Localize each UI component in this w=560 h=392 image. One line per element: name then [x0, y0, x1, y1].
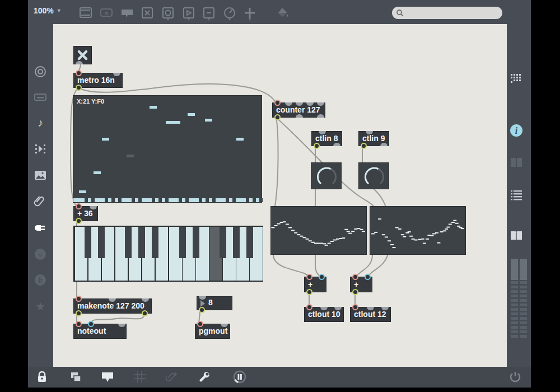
plug-icon[interactable] — [33, 221, 48, 235]
inlet[interactable] — [274, 100, 281, 106]
playlist-icon[interactable] — [33, 142, 48, 156]
inlet[interactable] — [76, 321, 82, 327]
inlet[interactable] — [76, 296, 82, 302]
object-mslider-right[interactable] — [370, 206, 466, 255]
star-icon[interactable]: ★ — [33, 299, 48, 314]
outlet[interactable] — [274, 114, 281, 120]
object-makenote[interactable]: makenote 127 200 — [73, 298, 152, 314]
object-palette-icon[interactable] — [509, 71, 524, 86]
object-plus-1[interactable]: + — [304, 277, 326, 292]
object-dial-1[interactable] — [311, 162, 342, 189]
object-pgmout[interactable]: pgmout — [195, 324, 230, 339]
object-plus-36[interactable]: + 36 — [73, 206, 98, 221]
attach-icon[interactable] — [165, 370, 179, 384]
bring-to-front-icon[interactable] — [68, 370, 83, 384]
inlet[interactable] — [197, 321, 203, 327]
chevron-down-icon[interactable]: ▼ — [186, 17, 191, 22]
black-key[interactable] — [85, 227, 91, 258]
search-input[interactable] — [404, 8, 502, 18]
console-list-icon[interactable] — [509, 188, 524, 202]
vimeo-icon[interactable]: v — [33, 247, 48, 262]
inlet[interactable] — [199, 296, 206, 300]
inlet[interactable] — [352, 274, 358, 280]
inlet[interactable] — [352, 304, 358, 310]
object-number[interactable]: 8 — [197, 296, 232, 310]
object-matrix[interactable]: X:21 Y:F0 — [73, 95, 262, 203]
hardware-icon[interactable] — [33, 90, 48, 104]
reference-book-icon[interactable] — [509, 228, 524, 242]
black-key[interactable] — [138, 227, 145, 258]
object-counter[interactable]: counter 127 — [272, 102, 325, 118]
matrix-cell[interactable] — [236, 138, 244, 141]
black-key[interactable] — [125, 227, 132, 258]
search-box[interactable] — [392, 7, 502, 19]
patcher-canvas[interactable]: metro 16nX:21 Y:F0counter 127ctlin 8ctli… — [53, 24, 507, 367]
outlet[interactable] — [76, 61, 83, 64]
chevron-down-icon[interactable]: ▼ — [166, 17, 170, 22]
inlet[interactable] — [306, 304, 312, 310]
chevron-down-icon[interactable]: ▼ — [227, 17, 232, 22]
object-metro[interactable]: metro 16n — [73, 73, 123, 88]
object-kslider[interactable] — [73, 226, 263, 282]
split-view-icon[interactable] — [509, 155, 524, 170]
matrix-cell[interactable] — [79, 190, 86, 193]
outlet[interactable] — [314, 143, 320, 149]
object-ctlout-12[interactable]: ctlout 12 — [350, 307, 391, 322]
inlet[interactable] — [365, 274, 371, 280]
object-toggle[interactable] — [73, 46, 92, 64]
matrix-cell[interactable] — [150, 106, 157, 109]
matrix-cell[interactable] — [102, 138, 109, 141]
lock-icon[interactable] — [35, 370, 49, 384]
black-key[interactable] — [98, 227, 105, 258]
outlet[interactable] — [361, 143, 367, 149]
outlet[interactable] — [76, 218, 82, 224]
object-plus-2[interactable]: + — [350, 277, 372, 292]
object-mslider-left[interactable] — [270, 206, 367, 255]
outlet[interactable] — [380, 143, 388, 146]
patcher-window-icon[interactable] — [78, 6, 93, 20]
music-note-icon[interactable]: ♪ — [33, 115, 48, 130]
inlet[interactable] — [319, 274, 325, 280]
object-ctlin-9[interactable]: ctlin 9 — [358, 131, 389, 146]
outlet[interactable] — [199, 307, 205, 313]
target-icon[interactable] — [33, 64, 48, 79]
chevron-down-icon[interactable]: ▼ — [248, 17, 252, 22]
grid-snap-icon[interactable] — [133, 370, 147, 384]
chevron-down-icon[interactable]: ▼ — [207, 17, 211, 22]
info-icon[interactable]: i — [509, 123, 524, 138]
inlet[interactable] — [306, 274, 312, 280]
comment-icon[interactable] — [120, 6, 134, 20]
outlet[interactable] — [306, 289, 312, 295]
outlet[interactable] — [76, 85, 82, 91]
black-key[interactable] — [152, 227, 158, 258]
black-key[interactable] — [193, 227, 199, 258]
black-key[interactable] — [179, 227, 186, 258]
outlet[interactable] — [142, 310, 148, 316]
paint-bucket-icon[interactable] — [276, 6, 290, 20]
matrix-cell[interactable] — [166, 121, 173, 124]
object-dial-2[interactable] — [358, 162, 389, 189]
power-icon[interactable] — [508, 370, 522, 384]
inlet[interactable] — [76, 70, 82, 76]
black-key[interactable] — [233, 227, 240, 258]
pause-resume-icon[interactable] — [232, 370, 247, 384]
presentation-mode-icon[interactable] — [100, 370, 115, 384]
inlet[interactable] — [88, 321, 94, 327]
inlet[interactable] — [76, 203, 82, 209]
matrix-cell[interactable] — [205, 119, 212, 122]
outlet[interactable] — [352, 289, 358, 295]
beats-icon[interactable]: b — [33, 273, 48, 287]
matrix-cell[interactable] — [173, 121, 180, 124]
outlet[interactable] — [333, 143, 340, 146]
matrix-cell[interactable] — [188, 113, 195, 116]
object-noteout[interactable]: noteout — [73, 324, 127, 339]
outlet[interactable] — [296, 114, 303, 118]
outlet[interactable] — [317, 114, 324, 118]
black-key[interactable] — [220, 227, 226, 258]
zoom-level-control[interactable]: 100%▼ — [34, 6, 62, 15]
object-ctlin-8[interactable]: ctlin 8 — [311, 131, 342, 146]
image-icon[interactable] — [33, 168, 48, 183]
matrix-cell[interactable] — [94, 171, 101, 174]
black-key[interactable] — [246, 227, 253, 258]
matrix-cell-dim[interactable] — [127, 155, 134, 157]
